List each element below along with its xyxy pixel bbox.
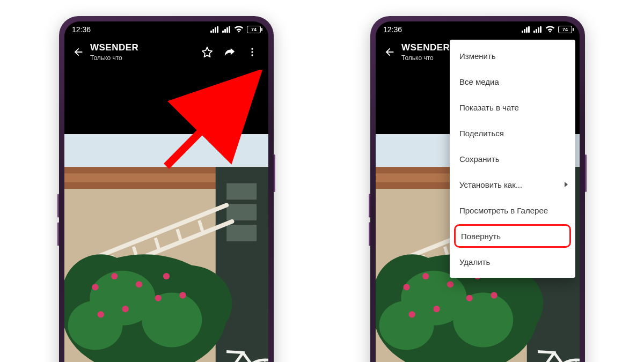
signal-icon-2	[222, 26, 231, 33]
svg-rect-10	[226, 225, 257, 241]
header-subtitle: Только что	[90, 54, 196, 62]
svg-point-76	[491, 292, 497, 299]
svg-point-1	[251, 51, 253, 53]
menu-item-set-as[interactable]: Установить как...	[450, 172, 575, 197]
status-bar: 12:36 74	[64, 21, 268, 38]
header-title-block: WSENDER Только что	[89, 42, 196, 62]
menu-item-label: Просмотреть в Галерее	[459, 206, 548, 215]
menu-item-share[interactable]: Поделиться	[450, 120, 575, 146]
back-button[interactable]	[379, 41, 400, 63]
menu-item-show-in-chat[interactable]: Показать в чате	[450, 94, 575, 120]
svg-point-67	[453, 293, 513, 348]
status-icons: 74	[522, 25, 572, 34]
svg-point-73	[433, 306, 440, 312]
overflow-menu: Изменить Все медиа Показать в чате Подел…	[450, 40, 575, 278]
status-time: 12:36	[72, 25, 91, 34]
svg-point-69	[403, 284, 409, 290]
status-time: 12:36	[383, 25, 402, 34]
menu-item-save[interactable]: Сохранить	[450, 146, 575, 172]
svg-point-25	[111, 273, 118, 279]
svg-point-2	[251, 54, 253, 56]
menu-item-label: Удалить	[459, 257, 490, 267]
phone-mock-left: 12:36 74 WSENDER Только что	[59, 16, 274, 362]
svg-point-22	[142, 293, 202, 348]
header-title: WSENDER	[90, 42, 196, 53]
status-bar: 12:36 74	[376, 21, 580, 38]
svg-rect-8	[226, 183, 257, 200]
menu-item-edit[interactable]: Изменить	[450, 43, 575, 69]
svg-point-27	[155, 295, 162, 301]
svg-rect-9	[226, 204, 257, 220]
photo-content	[64, 134, 268, 362]
menu-item-label: Изменить	[459, 51, 496, 61]
battery-icon: 74	[247, 26, 261, 33]
svg-point-31	[179, 292, 186, 299]
back-button[interactable]	[68, 41, 89, 63]
status-icons: 74	[210, 25, 261, 34]
svg-line-85	[538, 352, 556, 353]
svg-point-70	[422, 273, 429, 279]
svg-point-29	[98, 311, 104, 317]
menu-item-label: Все медиа	[459, 77, 499, 86]
svg-point-72	[466, 295, 473, 301]
svg-point-24	[92, 284, 98, 290]
menu-item-view-in-gallery[interactable]: Просмотреть в Галерее	[450, 197, 575, 223]
menu-item-label: Показать в чате	[459, 103, 519, 112]
more-button[interactable]	[241, 41, 263, 63]
wifi-icon	[234, 25, 244, 34]
svg-point-23	[68, 301, 123, 350]
app-header: WSENDER Только что	[64, 38, 268, 67]
menu-item-label: Поделиться	[459, 129, 504, 138]
signal-icon-2	[533, 26, 542, 33]
svg-point-26	[136, 281, 142, 287]
menu-item-label: Сохранить	[459, 154, 500, 164]
screen-right: 12:36 74 WSENDER Только что	[376, 21, 580, 362]
signal-icon	[522, 26, 530, 33]
phone-mock-right: 12:36 74 WSENDER Только что	[370, 16, 585, 362]
menu-item-all-media[interactable]: Все медиа	[450, 69, 575, 94]
photo-viewer[interactable]	[64, 134, 268, 362]
menu-item-label: Повернуть	[461, 232, 501, 241]
menu-item-rotate[interactable]: Повернуть	[454, 224, 571, 248]
svg-point-28	[122, 306, 128, 312]
star-button[interactable]	[196, 41, 218, 63]
svg-point-0	[251, 48, 253, 50]
wifi-icon	[545, 25, 555, 34]
svg-line-40	[226, 352, 245, 353]
screen-left: 12:36 74 WSENDER Только что	[64, 21, 268, 362]
svg-point-68	[379, 301, 434, 350]
svg-point-71	[447, 281, 453, 287]
svg-point-74	[409, 311, 415, 317]
menu-item-delete[interactable]: Удалить	[450, 249, 575, 275]
menu-item-label: Установить как...	[459, 180, 522, 189]
signal-icon	[210, 26, 219, 33]
forward-button[interactable]	[219, 41, 240, 63]
battery-icon: 74	[558, 26, 572, 33]
svg-point-30	[163, 273, 170, 279]
